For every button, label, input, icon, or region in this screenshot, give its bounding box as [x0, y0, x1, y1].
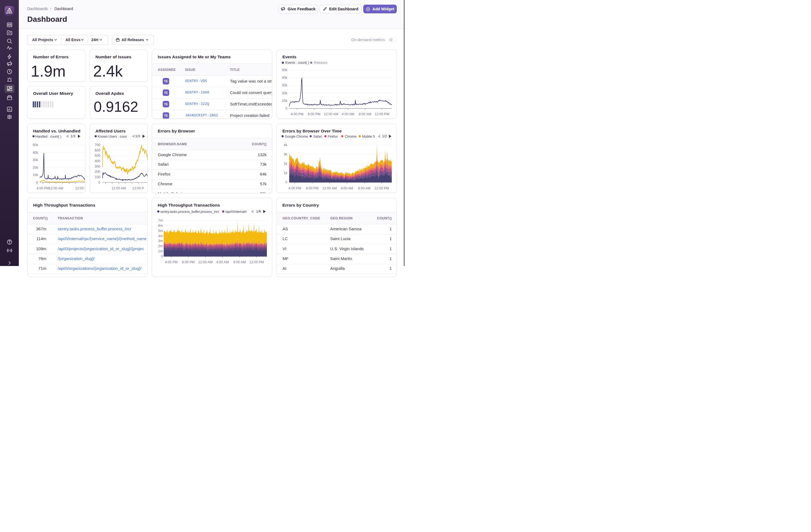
- svg-text:8:00 PM: 8:00 PM: [306, 186, 319, 190]
- svg-text:12:00 P: 12:00 P: [132, 186, 144, 190]
- svg-text:2m: 2m: [158, 244, 163, 248]
- svg-text:3m: 3m: [158, 239, 163, 243]
- svg-text:4:00 PM: 4:00 PM: [288, 186, 301, 190]
- svg-text:1k: 1k: [284, 171, 288, 175]
- svg-text:1m: 1m: [158, 249, 163, 253]
- svg-text:50k: 50k: [282, 68, 288, 72]
- svg-text:4:00 PM: 4:00 PM: [36, 186, 49, 190]
- svg-text:8:00 PM: 8:00 PM: [308, 112, 320, 116]
- svg-text:12:00 PM: 12:00 PM: [249, 260, 264, 264]
- svg-text:20k: 20k: [282, 91, 288, 95]
- svg-text:12:00 PM: 12:00 PM: [374, 186, 389, 190]
- svg-text:0: 0: [285, 107, 287, 110]
- svg-text:100: 100: [95, 175, 100, 179]
- svg-text:10k: 10k: [33, 173, 39, 177]
- svg-text:500: 500: [95, 154, 100, 157]
- svg-text:5m: 5m: [158, 229, 163, 233]
- svg-text:4m: 4m: [158, 234, 163, 238]
- svg-text:20k: 20k: [33, 166, 39, 169]
- svg-text:0: 0: [285, 180, 287, 184]
- svg-text:0: 0: [98, 181, 100, 184]
- svg-text:700: 700: [95, 143, 100, 147]
- svg-text:30k: 30k: [33, 158, 39, 162]
- svg-text:12:00 AM: 12:00 AM: [49, 186, 63, 190]
- svg-text:4:00 AM: 4:00 AM: [341, 186, 353, 190]
- svg-text:0: 0: [36, 181, 38, 184]
- svg-text:12:00 AM: 12:00 AM: [324, 112, 338, 116]
- svg-text:6m: 6m: [158, 224, 163, 228]
- svg-text:4:00 AM: 4:00 AM: [216, 260, 229, 264]
- svg-text:8:00 PM: 8:00 PM: [182, 260, 195, 264]
- svg-text:4:00 PM: 4:00 PM: [165, 260, 178, 264]
- svg-text:3k: 3k: [284, 152, 288, 156]
- svg-text:4:00 AM: 4:00 AM: [342, 112, 354, 116]
- svg-text:8:00 AM: 8:00 AM: [358, 186, 371, 190]
- svg-text:600: 600: [95, 149, 100, 152]
- svg-text:12:00 AM: 12:00 AM: [111, 186, 126, 190]
- svg-text:12:00 PM: 12:00 PM: [375, 112, 389, 116]
- svg-text:12:00 AM: 12:00 AM: [322, 186, 337, 190]
- svg-text:8:00 AM: 8:00 AM: [358, 112, 371, 116]
- svg-text:4k: 4k: [284, 143, 288, 147]
- svg-text:12:00 PM: 12:00 PM: [75, 186, 85, 190]
- svg-text:50k: 50k: [33, 143, 39, 147]
- svg-text:300: 300: [95, 165, 100, 168]
- svg-text:40k: 40k: [33, 151, 39, 154]
- svg-text:10k: 10k: [282, 99, 288, 103]
- svg-text:8:00 AM: 8:00 AM: [233, 260, 246, 264]
- svg-text:7m: 7m: [158, 218, 163, 223]
- svg-text:400: 400: [95, 159, 100, 163]
- svg-text:2k: 2k: [284, 162, 288, 166]
- svg-text:30k: 30k: [282, 83, 288, 87]
- svg-text:0: 0: [161, 255, 163, 258]
- svg-text:4:00 PM: 4:00 PM: [291, 112, 304, 116]
- svg-text:200: 200: [95, 170, 100, 173]
- svg-text:40k: 40k: [282, 76, 288, 80]
- svg-text:12:00 AM: 12:00 AM: [198, 260, 213, 264]
